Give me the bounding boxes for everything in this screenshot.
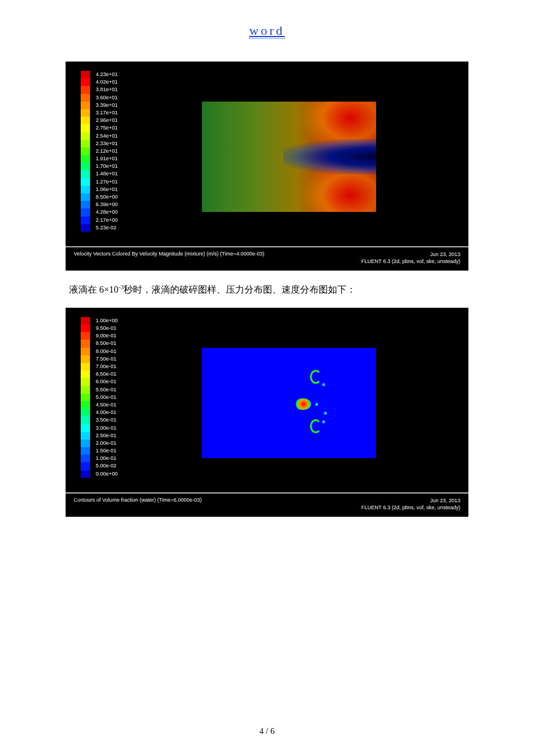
legend-value: 4.50e-01: [96, 401, 118, 409]
legend-value: 9.50e-01: [96, 325, 118, 332]
colorbar-segment: [81, 462, 90, 470]
legend-value: 5.23e-02: [96, 224, 118, 232]
paragraph-sup: -3: [118, 283, 124, 290]
colorbar-segment: [81, 71, 90, 78]
colorbar-segment: [81, 401, 90, 409]
figure1-caption: Velocity Vectors Colored By Velocity Mag…: [66, 247, 468, 271]
legend-value: 8.50e+00: [96, 193, 118, 201]
document-page: word 4.23e+014.02e+013.81e+013.60e+013.3…: [0, 0, 534, 756]
colorbar-segment: [81, 378, 90, 386]
legend-value: 9.00e-01: [96, 332, 118, 340]
colorbar-segment: [81, 201, 90, 208]
colorbar-segment: [81, 325, 90, 332]
colorbar-segment: [81, 117, 90, 124]
legend-value: 3.00e-01: [96, 424, 118, 432]
colorbar-segment: [81, 340, 90, 347]
colorbar-segment: [81, 370, 90, 378]
colorbar-segment: [81, 348, 90, 355]
vof-microdrop: [322, 420, 325, 423]
figure1-colorbar: [81, 71, 90, 232]
figure2-visualization: [118, 316, 460, 490]
colorbar-segment: [81, 217, 90, 224]
legend-value: 3.50e-01: [96, 416, 118, 424]
figure1-caption-right: Jun 23, 2013 FLUENT 6.3 (2d, pbns, vof, …: [362, 251, 460, 265]
colorbar-segment: [81, 170, 90, 178]
legend-value: 3.39e+01: [96, 102, 118, 109]
colorbar-segment: [81, 355, 90, 363]
legend-value: 1.91e+01: [96, 155, 118, 163]
figure1-solver: FLUENT 6.3 (2d, pbns, vof, ske, unsteady…: [362, 258, 460, 265]
legend-value: 2.33e+01: [96, 140, 118, 147]
colorbar-segment: [81, 416, 90, 424]
paragraph-suffix: 秒时，液滴的破碎图样、压力分布图、速度分布图如下：: [124, 285, 356, 294]
vof-droplet-main: [296, 398, 311, 410]
figure1-caption-left: Velocity Vectors Colored By Velocity Mag…: [74, 251, 265, 257]
colorbar-segment: [81, 86, 90, 93]
legend-value: 3.81e+01: [96, 86, 118, 93]
legend-value: 0.00e+00: [96, 470, 118, 478]
figure2-plot-area: 1.00e+009.50e-019.00e-018.50e-018.00e-01…: [66, 308, 468, 492]
legend-value: 6.39e+00: [96, 201, 118, 208]
colorbar-segment: [81, 109, 90, 117]
paragraph-prefix: 液滴在 6×10: [69, 285, 118, 294]
legend-value: 1.06e+01: [96, 186, 118, 193]
word-link[interactable]: word: [249, 23, 284, 39]
legend-value: 2.96e+01: [96, 117, 118, 124]
legend-value: 5.00e-02: [96, 462, 118, 470]
colorbar-segment: [81, 432, 90, 440]
colorbar-segment: [81, 132, 90, 140]
velocity-field-plot: [202, 102, 376, 212]
legend-value: 1.00e+00: [96, 317, 118, 325]
colorbar-segment: [81, 94, 90, 102]
figure1-visualization: [118, 70, 460, 244]
legend-value: 1.48e+01: [96, 170, 118, 178]
colorbar-segment: [81, 455, 90, 462]
legend-value: 8.00e-01: [96, 348, 118, 355]
vof-contour-plot: [202, 348, 376, 458]
colorbar-segment: [81, 409, 90, 416]
legend-value: 2.17e+00: [96, 217, 118, 224]
legend-value: 4.02e+01: [96, 78, 118, 86]
colorbar-segment: [81, 424, 90, 432]
legend-value: 4.28e+00: [96, 208, 118, 216]
colorbar-segment: [81, 102, 90, 109]
colorbar-segment: [81, 470, 90, 478]
legend-value: 7.00e-01: [96, 363, 118, 370]
colorbar-segment: [81, 224, 90, 232]
legend-value: 6.00e-01: [96, 378, 118, 386]
figure2-caption-left: Contours of Volume fraction (water) (Tim…: [74, 497, 202, 503]
legend-value: 1.50e-01: [96, 447, 118, 455]
vof-fragment-lower: [310, 419, 322, 433]
legend-value: 6.50e-01: [96, 370, 118, 378]
colorbar-segment: [81, 140, 90, 147]
figure2-legend-labels: 1.00e+009.50e-019.00e-018.50e-018.00e-01…: [96, 316, 118, 490]
vof-microdrop: [315, 403, 318, 406]
legend-value: 3.60e+01: [96, 94, 118, 102]
colorbar-segment: [81, 447, 90, 455]
legend-value: 5.00e-01: [96, 394, 118, 401]
vof-fragment-upper: [310, 370, 322, 384]
colorbar-segment: [81, 317, 90, 325]
figure2-caption-right: Jun 23, 2013 FLUENT 6.3 (2d, pbns, vof, …: [362, 497, 460, 511]
colorbar-segment: [81, 163, 90, 170]
figure2-caption: Contours of Volume fraction (water) (Tim…: [66, 494, 468, 517]
figure2-solver: FLUENT 6.3 (2d, pbns, vof, ske, unsteady…: [362, 504, 460, 511]
colorbar-segment: [81, 363, 90, 370]
colorbar-segment: [81, 332, 90, 340]
colorbar-segment: [81, 394, 90, 401]
colorbar-segment: [81, 78, 90, 86]
colorbar-segment: [81, 178, 90, 186]
page-number: 4 / 6: [0, 726, 534, 736]
legend-value: 2.12e+01: [96, 147, 118, 155]
legend-value: 2.50e-01: [96, 432, 118, 440]
colorbar-segment: [81, 440, 90, 447]
figure2-colorbar: [81, 317, 90, 478]
legend-value: 2.00e-01: [96, 440, 118, 447]
legend-value: 8.50e-01: [96, 340, 118, 347]
vof-microdrop: [322, 383, 325, 386]
legend-value: 1.70e+01: [96, 163, 118, 170]
legend-value: 1.00e-01: [96, 455, 118, 462]
figure2-date: Jun 23, 2013: [362, 497, 460, 504]
legend-value: 5.50e-01: [96, 386, 118, 394]
figure-volume-fraction: 1.00e+009.50e-019.00e-018.50e-018.00e-01…: [66, 308, 468, 517]
